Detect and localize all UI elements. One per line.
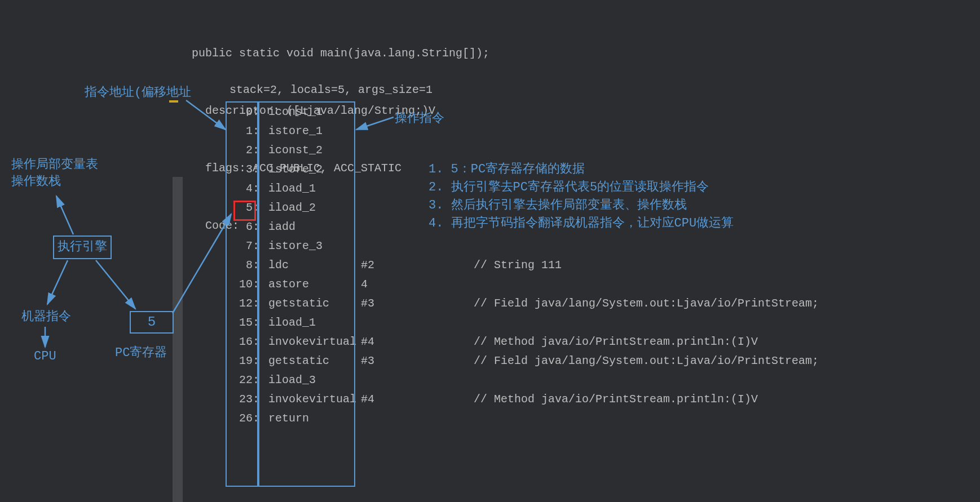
method-signature: public static void main(java.lang.String…	[192, 44, 489, 63]
instruction-row: 7: istore_3	[228, 237, 819, 256]
instruction-address: 12	[228, 294, 253, 313]
instruction-row: 0: iconst_1	[228, 103, 819, 122]
instruction-comment: // String 111	[474, 259, 562, 272]
colon: :	[253, 374, 268, 387]
pc-register-box: 5	[130, 311, 174, 334]
svg-line-2	[56, 196, 73, 234]
instruction-arg: #3	[361, 294, 474, 313]
instruction-arg: #3	[361, 352, 474, 371]
instruction-address: 2	[228, 141, 253, 160]
instruction-opcode: invokevirtual	[268, 332, 361, 352]
instruction-opcode: iconst_2	[268, 141, 361, 160]
instruction-row: 12: getstatic#3// Field java/lang/System…	[228, 294, 819, 313]
instruction-row: 8: ldc#2// String 111	[228, 256, 819, 275]
pc-register-label: PC寄存器	[115, 344, 167, 361]
instruction-address: 7	[228, 237, 253, 256]
annotation-notes: 1. 5：PC寄存器存储的数据 2. 执行引擎去PC寄存器代表5的位置读取操作指…	[429, 161, 734, 233]
lvt-label-line1: 操作局部变量表	[11, 157, 98, 174]
instruction-address: 1	[228, 122, 253, 141]
instruction-address: 8	[228, 256, 253, 275]
colon: :	[253, 220, 268, 233]
address-label: 指令地址(偏移地址	[85, 83, 191, 100]
instruction-comment: // Method java/io/PrintStream.println:(I…	[474, 335, 758, 348]
instruction-address: 19	[228, 352, 253, 371]
instruction-arg: 4	[361, 275, 474, 294]
colon: :	[253, 297, 268, 310]
instruction-row: 26: return	[228, 409, 819, 428]
instruction-row: 16: invokevirtual#4// Method java/io/Pri…	[228, 332, 819, 352]
instruction-row: 23: invokevirtual#4// Method java/io/Pri…	[228, 390, 819, 409]
instruction-address: 5	[228, 198, 253, 217]
colon: :	[253, 201, 268, 214]
instruction-opcode: iadd	[268, 217, 361, 237]
instruction-address: 26	[228, 409, 253, 428]
colon: :	[253, 163, 268, 176]
instruction-comment: // Field java/lang/System.out:Ljava/io/P…	[474, 297, 819, 310]
colon: :	[253, 354, 268, 367]
note-4: 4. 再把字节码指令翻译成机器指令，让对应CPU做运算	[429, 215, 734, 233]
instruction-address: 22	[228, 371, 253, 390]
svg-line-3	[47, 260, 68, 304]
execution-engine-box: 执行引擎	[53, 236, 112, 259]
instruction-row: 19: getstatic#3// Field java/lang/System…	[228, 352, 819, 371]
colon: :	[253, 278, 268, 291]
instruction-row: 10: astore4	[228, 275, 819, 294]
colon: :	[253, 412, 268, 425]
instruction-address: 3	[228, 160, 253, 179]
instruction-address: 23	[228, 390, 253, 409]
instruction-address: 6	[228, 217, 253, 237]
instruction-comment: // Field java/lang/System.out:Ljava/io/P…	[474, 354, 819, 367]
instruction-opcode: getstatic	[268, 294, 361, 313]
lvt-label-line2: 操作数栈	[11, 174, 98, 190]
instruction-opcode: iload_2	[268, 198, 361, 217]
instruction-opcode: getstatic	[268, 352, 361, 371]
instruction-row: 2: iconst_2	[228, 141, 819, 160]
cpu-label: CPU	[34, 349, 56, 363]
instruction-arg: #4	[361, 332, 474, 352]
instruction-opcode: return	[268, 409, 361, 428]
instruction-opcode: invokevirtual	[268, 390, 361, 409]
svg-line-4	[96, 260, 135, 309]
instruction-opcode: iload_1	[268, 313, 361, 332]
instruction-row: 15: iload_1	[228, 313, 819, 332]
caret-marker-icon	[169, 100, 178, 103]
colon: :	[253, 144, 268, 157]
colon: :	[253, 125, 268, 137]
instruction-address: 16	[228, 332, 253, 352]
instruction-address: 15	[228, 313, 253, 332]
instruction-opcode: iload_3	[268, 371, 361, 390]
instruction-row: 1: istore_1	[228, 122, 819, 141]
colon: :	[253, 239, 268, 252]
instruction-arg: #4	[361, 390, 474, 409]
instruction-opcode: istore_1	[268, 122, 361, 141]
note-3: 3. 然后执行引擎去操作局部变量表、操作数栈	[429, 197, 734, 215]
colon: :	[253, 335, 268, 348]
colon: :	[253, 105, 268, 118]
instruction-address: 4	[228, 179, 253, 198]
lvt-stack-label: 操作局部变量表 操作数栈	[11, 157, 98, 190]
instruction-table: 0: iconst_11: istore_12: iconst_23: isto…	[228, 103, 819, 428]
instruction-opcode: ldc	[268, 256, 361, 275]
instruction-arg: #2	[361, 256, 474, 275]
instruction-row: 22: iload_3	[228, 371, 819, 390]
machine-instruction-label: 机器指令	[21, 308, 71, 325]
instruction-opcode: iconst_1	[268, 103, 361, 122]
colon: :	[253, 259, 268, 272]
instruction-opcode: iload_1	[268, 179, 361, 198]
instruction-opcode: istore_3	[268, 237, 361, 256]
instruction-comment: // Method java/io/PrintStream.println:(I…	[474, 393, 758, 406]
instruction-address: 0	[228, 103, 253, 122]
instruction-address: 10	[228, 275, 253, 294]
editor-gutter	[173, 177, 183, 502]
colon: :	[253, 316, 268, 329]
note-2: 2. 执行引擎去PC寄存器代表5的位置读取操作指令	[429, 179, 734, 197]
colon: :	[253, 393, 268, 406]
colon: :	[253, 182, 268, 195]
note-1: 1. 5：PC寄存器存储的数据	[429, 161, 734, 179]
instruction-opcode: istore_2	[268, 160, 361, 179]
instruction-opcode: astore	[268, 275, 361, 294]
stack-info: stack=2, locals=5, args_size=1	[229, 83, 432, 96]
